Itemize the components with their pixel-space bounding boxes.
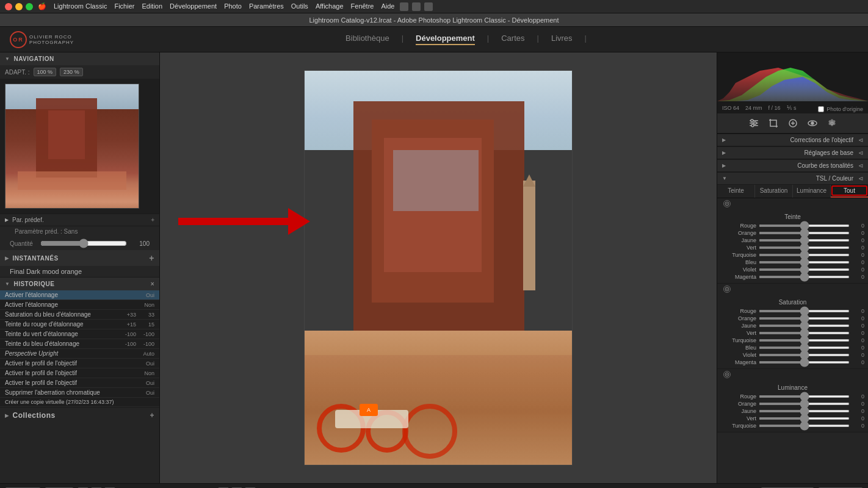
magenta-teinte-slider[interactable]: [759, 276, 850, 278]
target-circle-icon[interactable]: [723, 200, 731, 207]
magenta-sat-slider[interactable]: [759, 361, 850, 364]
jaune-sat-slider[interactable]: [759, 325, 850, 327]
turquoise-sat-slider[interactable]: [759, 339, 850, 342]
hist-item-11[interactable]: Créer une copie virtuelle (27/02/23 16:4…: [0, 398, 159, 407]
nav-sep-4: |: [585, 34, 587, 45]
jaune-lum-slider[interactable]: [759, 410, 850, 412]
maximize-button[interactable]: [26, 3, 33, 10]
courbe-section-header[interactable]: ▶ Courbe des tonalités ⊲: [717, 159, 868, 172]
instantane-name-1: Final Dark mood orange: [10, 268, 82, 275]
tab-luminance[interactable]: Luminance: [793, 185, 831, 198]
hist-item-9[interactable]: Activer le profil de l'objectif Oui: [0, 378, 159, 388]
nav-developpement[interactable]: Développement: [416, 34, 475, 45]
app-menu-item[interactable]: Lightroom Classic: [54, 2, 107, 10]
vert-sat-slider[interactable]: [759, 332, 850, 334]
par-predef-section[interactable]: ▶ Par. prédef. +: [0, 214, 159, 226]
apple-menu[interactable]: 🍎: [38, 2, 46, 10]
redeye-tool-icon[interactable]: [806, 117, 819, 129]
developpement-menu[interactable]: Développement: [170, 2, 217, 10]
nav-bibliotheque[interactable]: Bibliothèque: [345, 34, 389, 45]
turquoise-teinte-slider[interactable]: [759, 254, 850, 256]
settings-tool-icon[interactable]: [826, 117, 838, 129]
instantane-item-1[interactable]: Final Dark mood orange: [0, 266, 159, 277]
aide-menu[interactable]: Aide: [381, 2, 394, 10]
photo-menu[interactable]: Photo: [224, 2, 242, 10]
navigation-header[interactable]: ▼ Navigation: [0, 52, 159, 65]
hist-name-9: Activer le profil de l'objectif: [5, 379, 136, 386]
hist-val-1: Non: [136, 302, 154, 308]
orange-teinte-slider[interactable]: [759, 232, 850, 234]
courbe-switch-icon[interactable]: ⊲: [858, 162, 863, 169]
zoom-percent-btn[interactable]: 230 %: [60, 68, 83, 76]
hist-item-4[interactable]: Teinte du vert d'étalonnage -100 -100: [0, 329, 159, 339]
hist-item-0[interactable]: Activer l'étalonnage Oui: [0, 290, 159, 300]
hist-item-8[interactable]: Activer le profil de l'objectif Non: [0, 368, 159, 378]
hist-item-7[interactable]: Activer le profil de l'objectif Oui: [0, 359, 159, 368]
rouge-teinte-slider[interactable]: [759, 224, 850, 227]
crop-tool-icon[interactable]: [767, 117, 779, 129]
tab-saturation[interactable]: Saturation: [755, 185, 793, 198]
rouge-lum-slider[interactable]: [759, 395, 850, 398]
tsl-section-header[interactable]: ▼ TSL / Couleur ⊲: [717, 172, 868, 185]
violet-sat-slider[interactable]: [759, 354, 850, 356]
hist-val-2: 33: [136, 312, 154, 318]
violet-teinte-value: 0: [852, 267, 864, 273]
collections-label: Collections: [13, 411, 56, 420]
hist-item-5[interactable]: Teinte du bleu d'étalonnage -100 -100: [0, 339, 159, 349]
bleu-sat-slider[interactable]: [759, 346, 850, 349]
sliders-tool-icon[interactable]: [748, 117, 760, 129]
violet-teinte-slider[interactable]: [759, 268, 850, 271]
collections-section[interactable]: ▶ Collections +: [0, 407, 159, 423]
window-controls[interactable]: [5, 3, 33, 10]
hist-item-3[interactable]: Teinte du rouge d'étalonnage +15 15: [0, 320, 159, 329]
photo-origin-checkbox[interactable]: [818, 106, 824, 112]
vert-lum-slider[interactable]: [759, 417, 850, 420]
target-circle-icon-3[interactable]: [723, 371, 731, 378]
turquoise-lum-slider[interactable]: [759, 425, 850, 427]
nav-livres[interactable]: Livres: [551, 34, 573, 45]
bleu-teinte-slider[interactable]: [759, 261, 850, 264]
instantanes-header[interactable]: ▶ Instantanés +: [0, 250, 159, 266]
jaune-lum-label: Jaune: [721, 408, 756, 414]
affichage-menu[interactable]: Affichage: [316, 2, 344, 10]
jaune-teinte-slider[interactable]: [759, 239, 850, 242]
historique-header[interactable]: ▼ Historique ×: [0, 278, 159, 290]
hist-item-10[interactable]: Supprimer l'aberration chromatique Oui: [0, 388, 159, 398]
heal-tool-icon[interactable]: [787, 117, 799, 129]
reglages-section-header[interactable]: ▶ Réglages de base ⊲: [717, 146, 868, 159]
close-button[interactable]: [5, 3, 12, 10]
nav-cartes[interactable]: Cartes: [501, 34, 524, 45]
quantity-slider[interactable]: [40, 239, 127, 248]
svg-point-14: [726, 289, 728, 290]
historique-close-icon[interactable]: ×: [151, 281, 154, 287]
tab-teinte[interactable]: Teinte: [717, 185, 755, 198]
hist-item-1[interactable]: Activer l'étalonnage Non: [0, 300, 159, 310]
module-nav[interactable]: Bibliothèque | Développement | Cartes | …: [74, 34, 858, 45]
mac-menu-bar[interactable]: 🍎 Lightroom Classic Fichier Edition Déve…: [38, 2, 395, 10]
target-circle-icon-2[interactable]: [723, 285, 731, 293]
objectif-section-header[interactable]: ▶ Corrections de l'objectif ⊲: [717, 134, 868, 146]
arrow-line: [178, 218, 288, 225]
tab-tout[interactable]: Tout: [831, 185, 868, 198]
par-predef-add-icon[interactable]: +: [151, 217, 154, 223]
fichier-menu[interactable]: Fichier: [114, 2, 134, 10]
outils-menu[interactable]: Outils: [291, 2, 308, 10]
objectif-switch-icon[interactable]: ⊲: [858, 137, 863, 143]
zoom-adapt-btn[interactable]: 100 %: [34, 68, 57, 76]
instantanes-add-icon[interactable]: +: [149, 253, 154, 263]
tsl-switch-icon[interactable]: ⊲: [858, 175, 863, 182]
vert-teinte-slider[interactable]: [759, 246, 850, 249]
rouge-sat-slider[interactable]: [759, 310, 850, 312]
reglages-switch-icon[interactable]: ⊲: [858, 149, 863, 156]
hist-item-6[interactable]: Perspective Upright Auto: [0, 349, 159, 359]
parametres-menu[interactable]: Paramètres: [249, 2, 284, 10]
turquoise-sat-value: 0: [852, 337, 864, 343]
fenetre-menu[interactable]: Fenêtre: [351, 2, 374, 10]
edition-menu[interactable]: Edition: [142, 2, 162, 10]
orange-sat-slider[interactable]: [759, 317, 850, 320]
orange-lum-slider[interactable]: [759, 403, 850, 405]
hist-item-2[interactable]: Saturation du bleu d'étalonnage +33 33: [0, 310, 159, 320]
collections-add-icon[interactable]: +: [150, 411, 154, 420]
minimize-button[interactable]: [15, 3, 23, 10]
reglages-section-label: Réglages de base: [728, 149, 853, 156]
